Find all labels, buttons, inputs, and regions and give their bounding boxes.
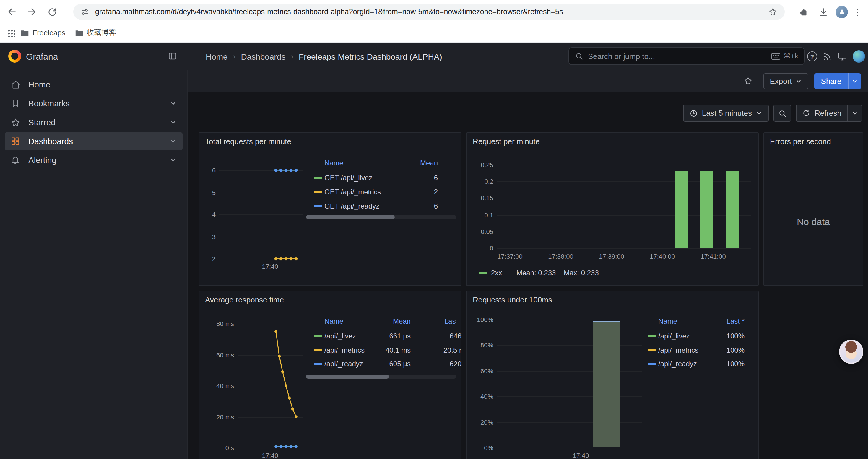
panel-requests-under-100ms: Requests under 100ms 100%80%60%40%20%0%1… (466, 291, 759, 459)
chevron-down-icon[interactable] (169, 119, 177, 126)
panel-title[interactable]: Request per minute (473, 137, 540, 146)
search-input[interactable] (588, 52, 766, 61)
legend-series-name[interactable]: /api/_livez (658, 331, 690, 341)
chevron-down-icon[interactable] (169, 100, 177, 107)
y-axis-tick-label: 0.2 (466, 178, 493, 185)
browser-actions: ⋮ (797, 5, 863, 19)
gridline (497, 448, 642, 448)
refresh-button[interactable]: Refresh (796, 104, 848, 122)
browser-menu-icon[interactable]: ⋮ (853, 7, 862, 16)
legend-column-header[interactable]: Name (658, 317, 677, 326)
share-button[interactable]: Share (814, 73, 848, 89)
downloads-icon[interactable] (816, 5, 830, 19)
forward-icon[interactable] (25, 5, 39, 19)
floating-extension-avatar[interactable] (839, 340, 863, 364)
bookmarks-bar: Freeleaps收藏博客 (0, 24, 868, 42)
share-split-button: Share (814, 73, 861, 89)
gridline (219, 237, 303, 237)
star-icon (11, 117, 21, 127)
share-button-label: Share (821, 76, 841, 85)
chevron-down-icon (756, 110, 763, 117)
search-box[interactable]: ⌘+k (568, 47, 805, 65)
bell-icon (11, 155, 21, 165)
help-icon[interactable]: ? (807, 52, 817, 61)
sidebar-item-home[interactable]: Home (5, 76, 183, 93)
sidebar-item-label: Dashboards (28, 136, 169, 146)
legend-column-header[interactable]: Name (324, 158, 343, 168)
bookmark-star-icon[interactable] (768, 7, 778, 17)
breadcrumb-item[interactable]: Dashboards (241, 52, 285, 61)
url-input[interactable] (95, 8, 768, 16)
legend-column-header[interactable]: Mean (358, 317, 411, 326)
search-shortcut: ⌘+k (771, 52, 798, 60)
y-axis-tick-label: 40 ms (198, 382, 234, 389)
bookmark-item[interactable]: Freeleaps (21, 29, 65, 37)
time-range-label: Last 5 minutes (702, 109, 752, 118)
site-settings-icon[interactable] (80, 7, 89, 16)
scrollbar-thumb[interactable] (306, 215, 395, 219)
sidebar-item-dashboards[interactable]: Dashboards (5, 132, 183, 150)
x-axis-tick-label: 17:37:00 (483, 253, 536, 260)
zoom-out-time-button[interactable] (774, 104, 792, 122)
share-menu-caret[interactable] (848, 73, 861, 89)
legend-series-name[interactable]: GET /api/_livez (324, 173, 372, 183)
breadcrumb-item[interactable]: Home (206, 52, 228, 61)
mega-menu-dock-icon[interactable] (168, 52, 177, 61)
panel-title[interactable]: Requests under 100ms (473, 295, 552, 304)
browser-toolbar: ⋮ (0, 0, 868, 24)
chevron-down-icon[interactable] (169, 138, 177, 145)
back-icon[interactable] (5, 5, 19, 19)
news-rss-icon[interactable] (823, 52, 832, 61)
screenshot-stage: ⋮ Freeleaps收藏博客 Grafana Home›Dashboards›… (0, 0, 868, 459)
legend-series-name[interactable]: /api/_livez (324, 331, 356, 341)
extensions-icon[interactable] (797, 5, 811, 19)
legend-series-name[interactable]: GET /api/_metrics (324, 187, 381, 197)
user-avatar[interactable] (852, 50, 865, 63)
bookmark-icon (11, 99, 21, 108)
legend-series-value: 646 (408, 331, 462, 341)
legend-series-name[interactable]: 2xx (491, 268, 502, 277)
dashboard-canvas: Last 5 minutes Refresh (188, 92, 868, 459)
x-axis-tick-label: 17:38:00 (534, 253, 587, 260)
kiosk-monitor-icon[interactable] (837, 52, 847, 61)
legend-column-header[interactable]: Mean (385, 158, 438, 168)
panel-title[interactable]: Average response time (205, 295, 284, 304)
favorite-star-icon[interactable] (743, 76, 752, 86)
panel-title[interactable]: Total requests per minute (205, 137, 291, 146)
zoom-out-icon (778, 109, 787, 117)
apps-grid-icon[interactable] (7, 29, 15, 37)
browser-profile-avatar[interactable] (836, 6, 848, 18)
search-icon (575, 52, 583, 60)
time-range-picker[interactable]: Last 5 minutes (683, 104, 769, 122)
y-axis-tick-label: 40% (466, 393, 493, 400)
clock-icon (689, 109, 698, 117)
legend-horizontal-scrollbar[interactable] (306, 215, 456, 219)
y-axis-tick-label: 4 (198, 211, 216, 218)
legend-series-swatch (314, 177, 322, 179)
export-button[interactable]: Export (763, 73, 808, 89)
x-axis-tick-label: 17:40:00 (636, 253, 689, 260)
scrollbar-thumb[interactable] (306, 374, 389, 379)
panel-title[interactable]: Errors per second (770, 137, 831, 146)
address-bar[interactable] (73, 4, 785, 20)
legend-column-header[interactable]: Las (444, 317, 456, 326)
sidebar-item-starred[interactable]: Starred (5, 113, 183, 131)
bookmark-item[interactable]: 收藏博客 (75, 28, 116, 38)
legend-horizontal-scrollbar[interactable] (306, 374, 456, 379)
refresh-interval-caret[interactable] (848, 104, 862, 122)
chevron-down-icon (796, 78, 802, 84)
grafana-logo-icon[interactable] (8, 50, 21, 63)
product-name: Grafana (26, 42, 58, 70)
chevron-down-icon[interactable] (169, 157, 177, 164)
legend-series-name[interactable]: GET /api/_readyz (324, 201, 379, 211)
reload-icon[interactable] (45, 5, 59, 19)
legend-series-swatch (314, 363, 322, 365)
gridline (497, 165, 751, 165)
legend-column-header[interactable]: Last * (691, 317, 745, 326)
sidebar-item-alerting[interactable]: Alerting (5, 151, 183, 169)
legend-column-header[interactable]: Name (324, 317, 343, 326)
x-axis-tick-label: 17:40 (243, 263, 297, 270)
sidebar-item-bookmarks[interactable]: Bookmarks (5, 95, 183, 112)
bookmark-items: Freeleaps收藏博客 (21, 28, 126, 38)
x-axis-tick-label: 17:40 (243, 452, 297, 459)
